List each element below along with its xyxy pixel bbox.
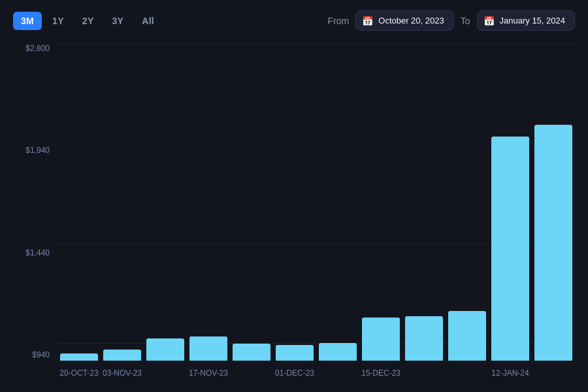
bar[interactable] (103, 350, 141, 361)
x-axis-label: 17-NOV-23 (187, 368, 230, 378)
bar[interactable] (319, 343, 357, 361)
x-axis-label: 01-DEC-23 (273, 368, 316, 378)
chart-area: $2,800$1,940$1,440$940 20-OCT-2303-NOV-2… (13, 44, 575, 379)
x-axis-label (402, 368, 446, 378)
bar-group (359, 44, 402, 361)
bar-group (273, 44, 316, 361)
bar-group (187, 44, 230, 361)
bar-group (446, 44, 489, 361)
time-btn-all[interactable]: All (134, 12, 162, 30)
y-axis-label: $2,800 (25, 44, 50, 53)
y-axis-label: $1,940 (25, 146, 50, 155)
x-axis-label (316, 368, 359, 378)
bar[interactable] (534, 125, 572, 361)
to-date-wrapper[interactable]: 📅 January 15, 2024 (477, 10, 575, 31)
from-label: From (328, 16, 350, 26)
bars-container (57, 44, 575, 363)
bar-group (489, 44, 532, 361)
bar[interactable] (189, 336, 227, 361)
x-axis-label: 03-NOV-23 (101, 368, 144, 378)
bar[interactable] (491, 137, 529, 361)
bar-group (230, 44, 273, 361)
bar-group (144, 44, 187, 361)
x-axis-label (230, 368, 273, 378)
to-label: To (461, 16, 470, 26)
bar-group (316, 44, 359, 361)
date-range-controls: From 📅 October 20, 2023 To 📅 January 15,… (328, 10, 575, 31)
bar[interactable] (233, 344, 270, 361)
x-axis-label: 20-OCT-23 (57, 368, 101, 378)
to-date-button[interactable]: January 15, 2024 (477, 10, 575, 31)
bar[interactable] (146, 338, 184, 361)
x-axis-label: 15-DEC-23 (359, 368, 402, 378)
bar[interactable] (60, 353, 98, 361)
x-labels: 20-OCT-2303-NOV-2317-NOV-2301-DEC-2315-D… (57, 363, 575, 379)
y-axis-label: $940 (32, 350, 50, 359)
y-axis: $2,800$1,940$1,440$940 (13, 44, 57, 379)
bar[interactable] (276, 345, 314, 361)
time-range-buttons: 3M1Y2Y3YAll (13, 12, 162, 30)
bar-group (532, 44, 575, 361)
time-btn-3y[interactable]: 3Y (105, 12, 132, 30)
bar[interactable] (448, 311, 486, 361)
from-date-button[interactable]: October 20, 2023 (355, 10, 453, 31)
bar[interactable] (405, 316, 443, 361)
from-date-wrapper[interactable]: 📅 October 20, 2023 (355, 10, 453, 31)
main-container: 3M1Y2Y3YAll From 📅 October 20, 2023 To 📅… (0, 0, 588, 392)
time-btn-2y[interactable]: 2Y (74, 12, 102, 30)
y-axis-label: $1,440 (25, 248, 50, 257)
bar-group (101, 44, 144, 361)
x-axis-label (144, 368, 187, 378)
x-axis-label: 12-JAN-24 (489, 368, 532, 378)
toolbar: 3M1Y2Y3YAll From 📅 October 20, 2023 To 📅… (13, 10, 575, 31)
x-axis-label (446, 368, 489, 378)
time-btn-3m[interactable]: 3M (13, 12, 42, 30)
bar-group (57, 44, 101, 361)
x-axis-label (532, 368, 575, 378)
bar[interactable] (362, 318, 400, 361)
bar-group (402, 44, 446, 361)
chart-inner: 20-OCT-2303-NOV-2317-NOV-2301-DEC-2315-D… (57, 44, 575, 379)
time-btn-1y[interactable]: 1Y (44, 12, 72, 30)
